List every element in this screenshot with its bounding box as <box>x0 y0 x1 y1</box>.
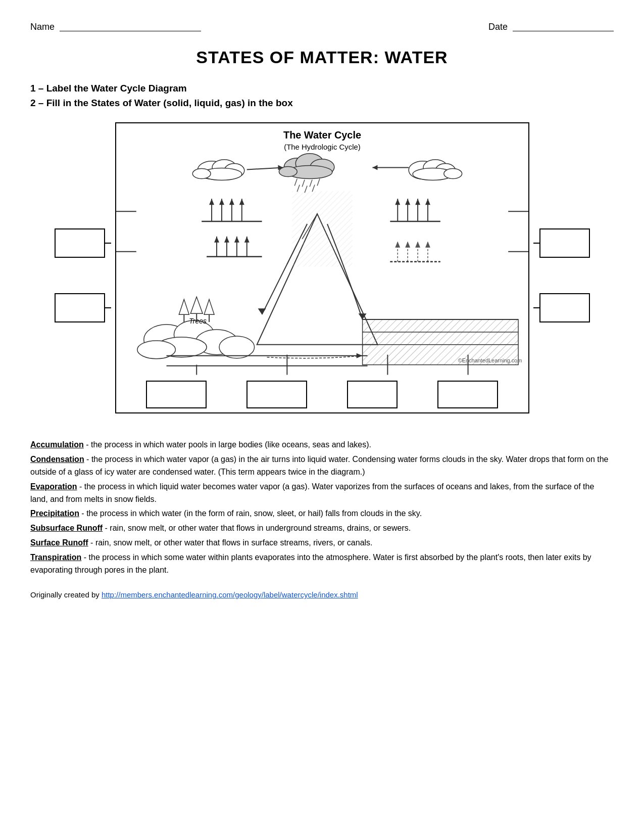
footer-link[interactable]: http://members.enchantedlearning.com/geo… <box>102 590 358 599</box>
svg-point-28 <box>443 169 462 179</box>
def-condensation-text: - the process in which water vapor (a ga… <box>30 455 608 476</box>
term-surface-runoff: Surface Runoff <box>30 538 88 547</box>
term-accumulation: Accumulation <box>30 440 84 449</box>
def-transpiration-text: - the process in which some water within… <box>30 553 591 574</box>
def-transpiration: Transpiration - the process in which som… <box>30 551 614 577</box>
def-accumulation: Accumulation - the process in which wate… <box>30 439 614 451</box>
connector-right-bottom <box>533 307 539 308</box>
water-cycle-svg: The Water Cycle (The Hydrologic Cycle) <box>116 123 528 385</box>
def-precipitation: Precipitation - the process in which wat… <box>30 507 614 520</box>
def-surface-runoff: Surface Runoff - rain, snow melt, or oth… <box>30 537 614 549</box>
diagram-outer: The Water Cycle (The Hydrologic Cycle) <box>55 122 590 413</box>
term-subsurface-runoff: Subsurface Runoff <box>30 524 103 532</box>
name-field: Name <box>30 20 201 32</box>
svg-text:The Water Cycle: The Water Cycle <box>283 129 361 141</box>
def-subsurface-runoff-text: - rain, snow melt, or other water that f… <box>103 524 411 532</box>
def-condensation: Condensation - the process in which wate… <box>30 453 614 479</box>
def-accumulation-text: - the process in which water pools in la… <box>84 440 371 449</box>
definitions-section: Accumulation - the process in which wate… <box>30 439 614 576</box>
instructions-block: 1 – Label the Water Cycle Diagram 2 – Fi… <box>30 81 614 110</box>
def-precipitation-text: - the process in which water (in the for… <box>79 509 422 518</box>
side-boxes-left <box>55 213 111 322</box>
term-transpiration: Transpiration <box>30 553 81 562</box>
name-label: Name <box>30 22 55 32</box>
date-underline <box>513 20 614 31</box>
term-evaporation: Evaporation <box>30 482 77 491</box>
bottom-label-box-4[interactable] <box>437 381 498 408</box>
connector-left-top <box>105 243 111 244</box>
name-underline <box>60 20 201 31</box>
svg-text:(The Hydrologic Cycle): (The Hydrologic Cycle) <box>284 143 361 151</box>
date-label: Date <box>488 22 508 32</box>
diagram-wrapper: The Water Cycle (The Hydrologic Cycle) <box>30 122 614 413</box>
trees <box>179 297 214 322</box>
instruction-2: 2 – Fill in the States of Water (solid, … <box>30 96 614 111</box>
def-evaporation-text: - the process in which liquid water beco… <box>30 482 594 503</box>
footer: Originally created by http://members.enc… <box>30 590 614 599</box>
instruction-1: 1 – Label the Water Cycle Diagram <box>30 81 614 96</box>
page-title: STATES OF MATTER: WATER <box>30 48 614 67</box>
svg-point-77 <box>219 336 255 358</box>
svg-text:Trees: Trees <box>189 317 207 325</box>
term-condensation: Condensation <box>30 455 84 464</box>
right-label-box-top[interactable] <box>539 228 590 258</box>
term-precipitation: Precipitation <box>30 509 79 518</box>
def-surface-runoff-text: - rain, snow melt, or other water that f… <box>88 538 373 547</box>
diagram-main: The Water Cycle (The Hydrologic Cycle) <box>115 122 529 413</box>
svg-point-11 <box>192 169 211 179</box>
def-subsurface-runoff: Subsurface Runoff - rain, snow melt, or … <box>30 522 614 535</box>
left-label-box-top[interactable] <box>55 228 105 258</box>
side-boxes-right <box>533 213 590 322</box>
def-evaporation: Evaporation - the process in which liqui… <box>30 481 614 506</box>
connector-right-top <box>533 243 539 244</box>
header: Name Date <box>30 20 614 32</box>
left-label-box-bottom[interactable] <box>55 293 105 322</box>
connector-left-bottom <box>105 307 111 308</box>
right-label-box-bottom[interactable] <box>539 293 590 322</box>
bottom-label-box-1[interactable] <box>146 381 207 408</box>
svg-rect-91 <box>292 191 352 266</box>
date-field: Date <box>488 20 614 32</box>
bottom-label-box-3[interactable] <box>347 381 398 408</box>
footer-text: Originally created by <box>30 590 102 599</box>
bottom-label-box-2[interactable] <box>246 381 307 408</box>
